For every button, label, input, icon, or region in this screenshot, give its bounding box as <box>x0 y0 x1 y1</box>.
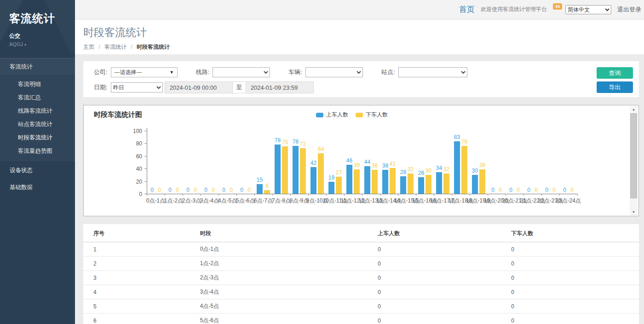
company-label: 公司: <box>94 68 108 76</box>
table-row: 10点-1点00 <box>83 242 639 256</box>
bar-value-label: 32 <box>437 166 456 173</box>
line-select[interactable] <box>213 67 270 77</box>
x-tick <box>380 194 380 196</box>
date-preset-select[interactable]: 昨日 <box>111 82 163 93</box>
table-cell: 5 <box>83 299 200 313</box>
home-link[interactable]: 首页 <box>459 4 475 15</box>
x-tick <box>344 194 345 196</box>
y-tick <box>144 131 147 131</box>
filter-panel: 公司: ---请选择--- ▼ 线路: 车辆: 站点: 日期: 昨日 <box>83 61 639 97</box>
language-select[interactable]: 简体中文 <box>565 5 611 14</box>
sidebar-subitem[interactable]: 时段客流统计 <box>0 131 75 145</box>
station-select[interactable] <box>398 67 467 77</box>
bar-下车人数 <box>282 146 288 194</box>
bar-上车人数 <box>436 172 442 194</box>
x-tick <box>488 194 488 196</box>
table-row: 32点-3点00 <box>83 271 639 285</box>
scroll-up-icon[interactable]: ▲ <box>630 106 638 113</box>
org-selector[interactable]: AQGJ▾ <box>9 41 75 47</box>
app-title: 客流统计 <box>9 11 75 26</box>
x-tick <box>362 194 362 196</box>
org-name: 公交 <box>9 32 75 40</box>
vehicle-label: 车辆: <box>288 68 302 76</box>
sidebar-subitem[interactable]: 线路客流统计 <box>0 104 75 118</box>
y-tick-label: 0 <box>128 191 142 197</box>
x-tick <box>452 194 452 196</box>
sidebar-subitem[interactable]: 客流量趋势图 <box>0 145 75 158</box>
x-axis-label: 23点-24点 <box>550 197 587 205</box>
y-tick <box>144 181 147 182</box>
col-header-timeslot: 时段 <box>200 224 378 242</box>
main-area: 首页 欢迎使用客流统计管理平台 34 简体中文 退出登录 时段客流统计 主页 /… <box>75 0 644 324</box>
sidebar-submenu: 客流明细客流汇总线路客流统计站点客流统计时段客流统计客流量趋势图 <box>0 76 75 162</box>
table-cell: 1点-2点 <box>200 256 378 271</box>
app-brand: 客流统计 <box>0 0 75 26</box>
bar-上车人数 <box>454 141 460 194</box>
bar-value-label: 0 <box>563 187 581 193</box>
bar-下车人数 <box>264 190 270 194</box>
vehicle-select[interactable] <box>305 67 363 77</box>
chart-panel: 时段车流统计图 上车人数下车人数 020406080100000点-1点001点… <box>83 105 639 216</box>
export-button[interactable]: 导出 <box>597 81 633 93</box>
x-tick <box>254 194 255 196</box>
date-to-input[interactable] <box>246 81 314 93</box>
table-panel: 序号 时段 上车人数 下车人数 10点-1点0021点-2点0032点-3点00… <box>83 224 639 324</box>
sidebar-item[interactable]: 客流统计 <box>0 58 75 76</box>
bar-value-label: 27 <box>330 169 348 176</box>
x-tick <box>398 194 398 196</box>
table-cell: 0点-1点 <box>200 242 378 256</box>
sidebar-subitem[interactable]: 客流汇总 <box>0 91 75 104</box>
query-button[interactable]: 查询 <box>597 67 633 79</box>
table-cell: 0 <box>378 299 511 313</box>
table-header-row: 序号 时段 上车人数 下车人数 <box>83 224 639 242</box>
breadcrumb: 主页 / 客流统计 / 时段客流统计 <box>83 43 644 51</box>
sidebar-subitem[interactable]: 站点客流统计 <box>0 118 75 131</box>
notification-badge[interactable]: 34 <box>553 3 562 10</box>
x-tick <box>559 194 560 196</box>
col-header-alighting: 下车人数 <box>511 224 639 242</box>
bar-下车人数 <box>336 177 342 194</box>
table-row: 54点-5点00 <box>83 299 639 313</box>
logout-link[interactable]: 退出登录 <box>617 6 641 14</box>
table-row: 43点-4点00 <box>83 285 639 299</box>
bar-下车人数 <box>426 175 431 194</box>
sidebar-menu: 客流统计客流明细客流汇总线路客流统计站点客流统计时段客流统计客流量趋势图设备状态… <box>0 58 75 196</box>
x-tick <box>272 194 273 196</box>
y-tick-label: 100 <box>128 128 142 134</box>
y-tick-label: 40 <box>128 166 142 172</box>
table-cell: 0 <box>378 313 511 324</box>
breadcrumb-section[interactable]: 客流统计 <box>104 44 126 50</box>
bar-上车人数 <box>346 165 352 194</box>
sidebar-subitem[interactable]: 客流明细 <box>0 78 75 91</box>
x-tick <box>290 194 291 196</box>
table-cell: 3 <box>83 271 200 285</box>
caret-down-icon: ▼ <box>170 70 174 75</box>
x-tick <box>183 194 183 196</box>
scrollbar-thumb[interactable] <box>630 113 637 198</box>
x-tick <box>506 194 506 196</box>
sidebar-item[interactable]: 基础数据 <box>0 179 75 196</box>
scroll-down-icon[interactable]: ▼ <box>630 208 638 215</box>
sidebar-item[interactable]: 设备状态 <box>0 162 75 179</box>
table-cell: 2 <box>83 256 200 271</box>
col-header-boarding: 上车人数 <box>378 224 511 242</box>
y-tick <box>144 168 147 169</box>
bar-上车人数 <box>382 170 388 194</box>
date-range-separator: 至 <box>233 81 246 93</box>
table-cell: 5点-6点 <box>200 313 378 324</box>
bar-上车人数 <box>364 166 370 194</box>
company-select[interactable]: ---请选择--- ▼ <box>111 67 178 77</box>
table-cell: 3点-4点 <box>200 285 378 299</box>
x-tick <box>147 194 147 196</box>
bar-value-label: 39 <box>473 162 492 168</box>
table-cell: 2点-3点 <box>200 271 378 285</box>
bar-下车人数 <box>300 148 306 194</box>
y-tick-label: 60 <box>128 153 142 160</box>
breadcrumb-home[interactable]: 主页 <box>83 44 94 50</box>
chart-scrollbar[interactable]: ▲ ▼ <box>630 106 638 215</box>
x-tick <box>523 194 524 196</box>
bar-上车人数 <box>328 182 334 194</box>
date-from-input[interactable] <box>165 81 233 93</box>
x-tick <box>541 194 542 196</box>
table-cell: 0 <box>511 313 639 324</box>
